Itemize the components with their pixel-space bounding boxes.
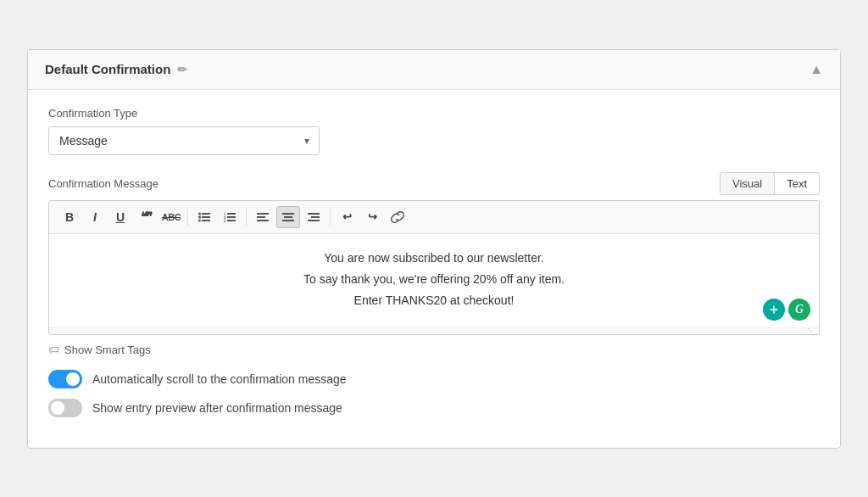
confirmation-type-wrapper: Message Page Redirect Double Opt-In ▾ <box>48 126 320 155</box>
svg-rect-13 <box>257 216 265 218</box>
svg-rect-17 <box>282 220 294 221</box>
ai-assistant-icon[interactable] <box>763 299 785 321</box>
blockquote-button[interactable]: ❝❞ <box>134 206 158 228</box>
message-line-2: To say thank you, we're offering 20% off… <box>66 269 802 290</box>
toolbar-separator-2 <box>246 209 247 226</box>
undo-button[interactable]: ↩ <box>335 206 359 228</box>
svg-rect-5 <box>202 220 210 221</box>
svg-rect-7 <box>227 213 236 215</box>
svg-rect-18 <box>308 213 320 215</box>
unordered-list-button[interactable] <box>192 206 216 228</box>
svg-point-4 <box>198 219 201 221</box>
svg-rect-11 <box>227 220 236 221</box>
show-preview-toggle[interactable] <box>48 399 82 417</box>
confirmation-type-label: Confirmation Type <box>48 107 820 120</box>
message-line-3: Enter THANKS20 at checkout! <box>66 290 802 311</box>
underline-button[interactable]: U <box>108 206 132 228</box>
smart-tags-link[interactable]: Show Smart Tags <box>64 343 151 356</box>
auto-scroll-slider <box>48 370 82 388</box>
ordered-list-button[interactable]: 1. 2. 3. <box>218 206 242 228</box>
auto-scroll-toggle[interactable] <box>48 370 82 388</box>
view-toggle-group: Visual Text <box>720 172 820 195</box>
panel-body: Confirmation Type Message Page Redirect … <box>28 90 840 448</box>
smart-tags-row: 🏷 Show Smart Tags <box>48 343 820 356</box>
align-center-button[interactable] <box>276 206 300 228</box>
panel-header: Default Confirmation ✏ ▲ <box>28 50 840 90</box>
toolbar-separator-1 <box>187 209 188 226</box>
align-right-button[interactable] <box>302 206 326 228</box>
panel-title-text: Default Confirmation <box>45 62 170 76</box>
list-ol-icon: 1. 2. 3. <box>224 212 236 222</box>
svg-rect-1 <box>202 213 210 215</box>
text-view-button[interactable]: Text <box>775 173 819 194</box>
bold-button[interactable]: B <box>58 206 81 228</box>
align-center-icon <box>282 212 294 222</box>
tag-icon: 🏷 <box>48 343 59 356</box>
svg-point-0 <box>198 212 201 215</box>
resize-dots: ⋱ <box>807 327 815 335</box>
strikethrough-button[interactable]: ABC <box>159 206 183 228</box>
show-preview-toggle-row: Show entry preview after confirmation me… <box>48 399 820 417</box>
panel-title: Default Confirmation ✏ <box>45 62 187 76</box>
svg-text:3.: 3. <box>224 219 226 222</box>
collapse-icon[interactable]: ▲ <box>810 62 823 77</box>
svg-rect-15 <box>282 213 294 215</box>
toolbar-separator-3 <box>330 209 331 226</box>
svg-rect-3 <box>202 216 210 218</box>
auto-scroll-label: Automatically scroll to the confirmation… <box>92 372 347 386</box>
align-right-icon <box>308 212 320 222</box>
list-ul-icon <box>198 212 210 222</box>
svg-rect-12 <box>257 213 269 215</box>
redo-button[interactable]: ↪ <box>360 206 384 228</box>
confirmation-type-select[interactable]: Message Page Redirect Double Opt-In <box>48 126 320 155</box>
confirmation-message-header: Confirmation Message Visual Text <box>48 172 820 195</box>
editor-toolbar: B I U ❝❞ ABC <box>49 201 819 234</box>
svg-rect-9 <box>227 216 236 218</box>
svg-rect-19 <box>311 216 320 218</box>
grammarly-icon[interactable]: G <box>788 299 810 321</box>
editor-content[interactable]: You are now subscribed to our newsletter… <box>49 234 819 327</box>
confirmation-message-label: Confirmation Message <box>48 177 159 190</box>
show-preview-label: Show entry preview after confirmation me… <box>92 401 342 415</box>
visual-view-button[interactable]: Visual <box>721 173 775 194</box>
svg-rect-16 <box>284 216 292 218</box>
editor-overlay-icons: G <box>763 299 810 321</box>
link-icon <box>391 211 404 223</box>
message-line-1: You are now subscribed to our newsletter… <box>66 248 802 269</box>
link-button[interactable] <box>386 206 409 228</box>
editor-container: B I U ❝❞ ABC <box>48 200 820 335</box>
svg-rect-14 <box>257 220 269 221</box>
default-confirmation-panel: Default Confirmation ✏ ▲ Confirmation Ty… <box>27 49 841 449</box>
italic-button[interactable]: I <box>83 206 107 228</box>
align-left-button[interactable] <box>251 206 275 228</box>
align-left-icon <box>257 212 269 222</box>
edit-icon[interactable]: ✏ <box>177 63 187 76</box>
auto-scroll-toggle-row: Automatically scroll to the confirmation… <box>48 370 820 388</box>
svg-point-22 <box>773 308 776 310</box>
show-preview-slider <box>48 399 82 417</box>
svg-point-2 <box>198 215 201 218</box>
editor-resize-handle[interactable]: ⋱ <box>49 327 819 334</box>
svg-rect-20 <box>308 220 320 221</box>
